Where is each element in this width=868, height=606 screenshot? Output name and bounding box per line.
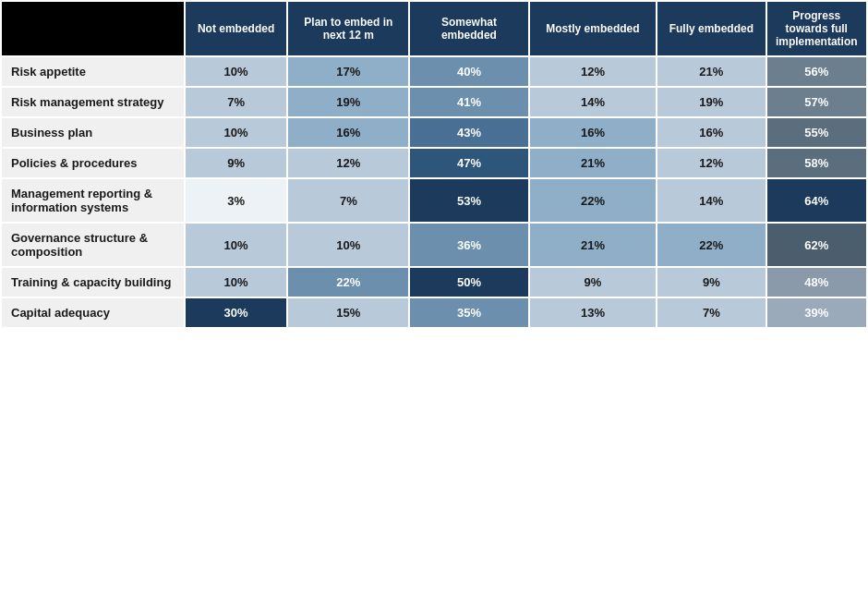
not-embedded-cell: 9% (185, 148, 288, 178)
mostly-embedded-cell: 9% (529, 267, 657, 297)
plan-to-embed-cell: 15% (287, 297, 409, 328)
progress-cell: 39% (766, 297, 867, 328)
table-row: Management reporting & information syste… (1, 178, 867, 223)
not-embedded-cell: 10% (185, 267, 288, 297)
row-label-cell: Risk management strategy (1, 87, 185, 117)
mostly-embedded-cell: 12% (529, 56, 657, 87)
fully-embedded-cell: 22% (657, 223, 766, 267)
plan-to-embed-cell: 17% (287, 56, 409, 87)
somewhat-embedded-cell: 35% (409, 297, 529, 328)
somewhat-embedded-cell: 50% (409, 267, 529, 297)
fully-embedded-cell: 19% (657, 87, 766, 117)
mostly-embedded-cell: 21% (529, 223, 657, 267)
not-embedded-cell: 7% (185, 87, 288, 117)
header-mostly-embedded: Mostly embedded (529, 1, 657, 56)
table-row: Risk appetite10%17%40%12%21%56% (1, 56, 867, 87)
somewhat-embedded-cell: 41% (409, 87, 529, 117)
mostly-embedded-cell: 14% (529, 87, 657, 117)
not-embedded-cell: 10% (185, 56, 288, 87)
plan-to-embed-cell: 12% (287, 148, 409, 178)
plan-to-embed-cell: 22% (287, 267, 409, 297)
progress-cell: 64% (766, 178, 867, 223)
mostly-embedded-cell: 13% (529, 297, 657, 328)
header-not-embedded: Not embedded (185, 1, 288, 56)
somewhat-embedded-cell: 47% (409, 148, 529, 178)
mostly-embedded-cell: 21% (529, 148, 657, 178)
mostly-embedded-cell: 22% (529, 178, 657, 223)
table-row: Governance structure & composition10%10%… (1, 223, 867, 267)
progress-cell: 57% (766, 87, 867, 117)
header-somewhat-embedded: Somewhat embedded (409, 1, 529, 56)
somewhat-embedded-cell: 36% (409, 223, 529, 267)
fully-embedded-cell: 16% (657, 117, 766, 148)
not-embedded-cell: 3% (185, 178, 288, 223)
progress-cell: 58% (766, 148, 867, 178)
fully-embedded-cell: 7% (657, 297, 766, 328)
progress-cell: 62% (766, 223, 867, 267)
header-label-cell (1, 1, 185, 56)
plan-to-embed-cell: 7% (287, 178, 409, 223)
header-plan-to-embed: Plan to embed in next 12 m (287, 1, 409, 56)
not-embedded-cell: 10% (185, 117, 288, 148)
row-label-cell: Management reporting & information syste… (1, 178, 185, 223)
not-embedded-cell: 10% (185, 223, 288, 267)
row-label-cell: Governance structure & composition (1, 223, 185, 267)
progress-cell: 55% (766, 117, 867, 148)
plan-to-embed-cell: 16% (287, 117, 409, 148)
table-header-row: Not embedded Plan to embed in next 12 m … (1, 1, 867, 56)
row-label-cell: Capital adequacy (1, 297, 185, 328)
not-embedded-cell: 30% (185, 297, 288, 328)
somewhat-embedded-cell: 53% (409, 178, 529, 223)
somewhat-embedded-cell: 43% (409, 117, 529, 148)
plan-to-embed-cell: 19% (287, 87, 409, 117)
fully-embedded-cell: 9% (657, 267, 766, 297)
table-row: Risk management strategy7%19%41%14%19%57… (1, 87, 867, 117)
fully-embedded-cell: 14% (657, 178, 766, 223)
row-label-cell: Training & capacity building (1, 267, 185, 297)
somewhat-embedded-cell: 40% (409, 56, 529, 87)
table-row: Policies & procedures9%12%47%21%12%58% (1, 148, 867, 178)
row-label-cell: Risk appetite (1, 56, 185, 87)
mostly-embedded-cell: 16% (529, 117, 657, 148)
table-row: Business plan10%16%43%16%16%55% (1, 117, 867, 148)
row-label-cell: Business plan (1, 117, 185, 148)
row-label-cell: Policies & procedures (1, 148, 185, 178)
progress-cell: 56% (766, 56, 867, 87)
fully-embedded-cell: 12% (657, 148, 766, 178)
progress-cell: 48% (766, 267, 867, 297)
plan-to-embed-cell: 10% (287, 223, 409, 267)
table-row: Capital adequacy30%15%35%13%7%39% (1, 297, 867, 328)
header-progress: Progress towards full implementation (766, 1, 867, 56)
header-fully-embedded: Fully embedded (657, 1, 766, 56)
table-row: Training & capacity building10%22%50%9%9… (1, 267, 867, 297)
fully-embedded-cell: 21% (657, 56, 766, 87)
